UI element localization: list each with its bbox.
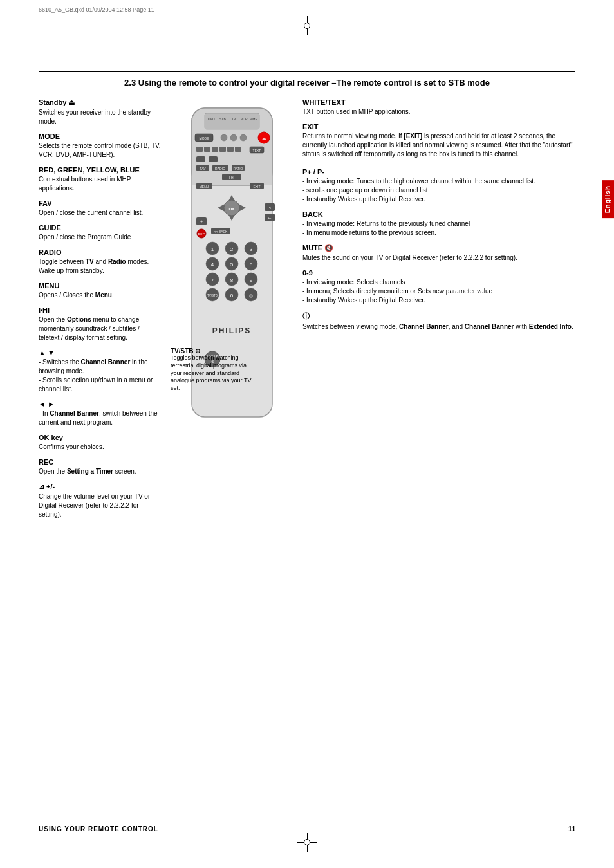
feature-mute-title: MUTE 🔇	[302, 244, 575, 252]
svg-rect-19	[204, 147, 210, 152]
feature-rec: REC Open the Setting a Timer screen.	[39, 458, 161, 476]
svg-rect-25	[209, 156, 218, 162]
svg-text:VCR: VCR	[241, 117, 248, 121]
feature-updown-body: - Switches the Channel Banner in the bro…	[39, 358, 161, 394]
feature-fav-body: Open / close the current channel list.	[39, 208, 161, 217]
svg-text:DVD: DVD	[208, 117, 215, 121]
svg-rect-22	[227, 147, 234, 152]
svg-text:7: 7	[210, 277, 214, 283]
feature-leftright-body: - In Channel Banner, switch between the …	[39, 409, 161, 427]
footer-left-text: USING YOUR REMOTE CONTROL	[39, 826, 158, 833]
main-content: 2.3 Using the remote to control your dig…	[39, 71, 575, 804]
svg-text:MENU: MENU	[199, 185, 209, 189]
svg-text:ⓘ: ⓘ	[249, 294, 253, 298]
feature-rgb-title: RED, GREEN, YELLOW, BLUE	[39, 166, 161, 174]
feature-rec-body: Open the Setting a Timer screen.	[39, 467, 161, 476]
svg-text:⏏: ⏏	[261, 136, 266, 141]
feature-mute-body: Mutes the sound on your TV or Digital Re…	[302, 254, 575, 263]
feature-menu: MENU Opens / Closes the Menu.	[39, 282, 161, 300]
svg-text:P-: P-	[268, 216, 271, 220]
svg-rect-3	[205, 113, 259, 129]
two-col-layout: Standby ⏏ Switches your receiver into th…	[39, 98, 575, 526]
svg-text:FAV: FAV	[200, 167, 206, 171]
feature-back-body: - In viewing mode: Returns to the previo…	[302, 219, 575, 237]
svg-point-13	[240, 134, 247, 141]
feature-rec-title: REC	[39, 458, 161, 466]
feature-info-title: ⓘ	[302, 311, 575, 321]
svg-text:RADIO: RADIO	[215, 167, 225, 171]
feature-0-9-title: 0-9	[302, 269, 575, 277]
svg-text:RATIO: RATIO	[233, 167, 243, 171]
svg-text:OK: OK	[228, 207, 235, 211]
feature-ihi-body: Open the Options menu to change momentar…	[39, 315, 161, 342]
feature-ihi: I·HI Open the Options menu to change mom…	[39, 306, 161, 342]
svg-text:I·HI: I·HI	[229, 176, 234, 180]
feature-back: BACK - In viewing mode: Returns to the p…	[302, 210, 575, 237]
feature-menu-body: Opens / Closes the Menu.	[39, 291, 161, 300]
file-info: 6610_A5_GB.qxd 01/09/2004 12:58 Page 11	[39, 6, 154, 13]
svg-text:EXIT: EXIT	[253, 185, 260, 189]
section-heading: 2.3 Using the remote to control your dig…	[39, 77, 575, 89]
feature-radio-title: RADIO	[39, 248, 161, 256]
svg-text:STB: STB	[219, 117, 226, 121]
center-column: DVD STB TV VCR AMP MODE	[167, 98, 296, 526]
svg-text:PHILIPS: PHILIPS	[212, 326, 251, 335]
svg-text:MODE: MODE	[199, 136, 209, 140]
page: 6610_A5_GB.qxd 01/09/2004 12:58 Page 11 …	[0, 0, 614, 868]
svg-text:5: 5	[230, 262, 233, 268]
feature-pplus-pminus: P+ / P- - In viewing mode: Tunes to the …	[302, 168, 575, 204]
svg-text:TV/STB: TV/STB	[207, 294, 218, 297]
feature-vol-body: Change the volume level on your TV or Di…	[39, 492, 161, 519]
feature-pplus-pminus-title: P+ / P-	[302, 168, 575, 176]
feature-leftright: ◄ ► - In Channel Banner, switch between …	[39, 400, 161, 427]
svg-rect-21	[219, 147, 226, 152]
reg-mark-tl	[26, 26, 45, 45]
feature-guide: GUIDE Open / close the Program Guide	[39, 224, 161, 242]
feature-ok-body: Confirms your choices.	[39, 443, 161, 452]
footer-page-number: 11	[568, 826, 575, 833]
feature-exit: EXIT Returns to normal viewing mode. If …	[302, 123, 575, 159]
svg-rect-18	[196, 147, 203, 152]
svg-text:9: 9	[249, 277, 252, 283]
feature-mode-body: Selects the remote control mode (STB, TV…	[39, 142, 161, 160]
svg-point-12	[230, 134, 237, 141]
feature-pplus-pminus-body: - In viewing mode: Tunes to the higher/l…	[302, 177, 575, 204]
svg-text:6: 6	[249, 262, 252, 268]
language-tab: English	[602, 180, 614, 218]
tvstb-label: TV/STB ⊕ Toggles between watching terres…	[171, 347, 254, 392]
svg-text:TEXT: TEXT	[252, 149, 261, 152]
feature-mode-title: MODE	[39, 133, 161, 140]
feature-info: ⓘ Switches between viewing mode, Channel…	[302, 311, 575, 331]
feature-standby-title: Standby ⏏	[39, 98, 161, 107]
svg-text:AMP: AMP	[250, 117, 258, 121]
feature-guide-body: Open / close the Program Guide	[39, 233, 161, 242]
left-column: Standby ⏏ Switches your receiver into th…	[39, 98, 167, 526]
feature-standby-body: Switches your receiver into the standby …	[39, 108, 161, 126]
feature-rgb-body: Contextual buttons used in MHP applicati…	[39, 175, 161, 193]
feature-updown-title: ▲ ▼	[39, 349, 161, 356]
feature-standby: Standby ⏏ Switches your receiver into th…	[39, 98, 161, 126]
svg-text:2: 2	[230, 246, 233, 252]
section-title: 2.3 Using the remote to control your dig…	[39, 71, 575, 89]
svg-text:TV: TV	[232, 117, 236, 121]
svg-text:REC: REC	[198, 232, 205, 236]
svg-text:+: +	[200, 219, 202, 224]
right-column: WHITE/TEXT TXT button used in MHP applic…	[296, 98, 575, 526]
feature-leftright-title: ◄ ►	[39, 400, 161, 408]
svg-point-11	[221, 134, 227, 141]
feature-info-body: Switches between viewing mode, Channel B…	[302, 322, 575, 331]
svg-text:4: 4	[210, 262, 214, 268]
feature-white-text-title: WHITE/TEXT	[302, 98, 575, 106]
svg-rect-24	[196, 156, 205, 162]
feature-ok-title: OK key	[39, 434, 161, 441]
feature-radio-body: Toggle between TV and Radio modes. Wake …	[39, 257, 161, 275]
feature-fav-title: FAV	[39, 199, 161, 207]
feature-updown: ▲ ▼ - Switches the Channel Banner in the…	[39, 349, 161, 394]
svg-text:8: 8	[230, 277, 233, 283]
svg-text:0: 0	[230, 293, 233, 299]
feature-mode: MODE Selects the remote control mode (ST…	[39, 133, 161, 160]
feature-radio: RADIO Toggle between TV and Radio modes.…	[39, 248, 161, 275]
reg-mark-tr	[569, 26, 588, 45]
feature-rgb: RED, GREEN, YELLOW, BLUE Contextual butt…	[39, 166, 161, 193]
feature-ok: OK key Confirms your choices.	[39, 434, 161, 452]
